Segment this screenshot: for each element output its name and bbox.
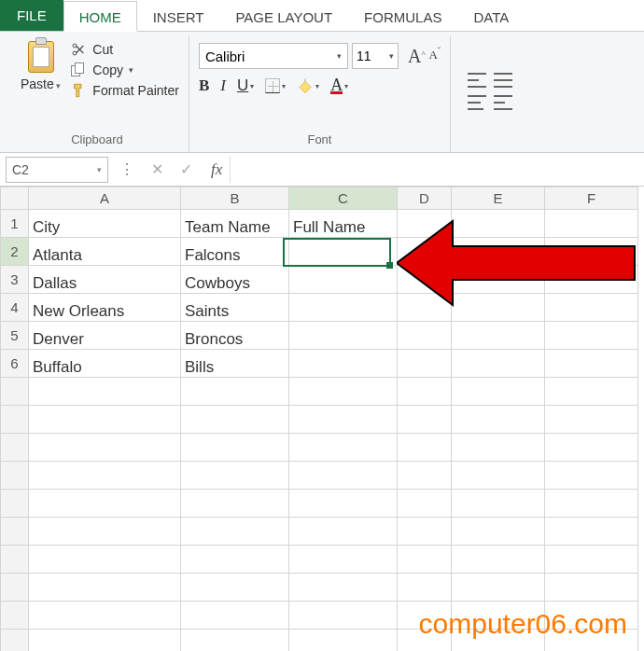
cell[interactable] bbox=[398, 574, 452, 602]
cell[interactable] bbox=[29, 462, 181, 490]
cell[interactable] bbox=[29, 630, 181, 652]
fx-button[interactable]: fx bbox=[203, 160, 222, 179]
cell-b5[interactable]: Broncos bbox=[181, 322, 289, 350]
row-header[interactable] bbox=[1, 434, 29, 462]
cell-e4[interactable] bbox=[452, 294, 545, 322]
cell-e3[interactable] bbox=[452, 266, 545, 294]
cell[interactable] bbox=[398, 406, 452, 434]
tab-page-layout[interactable]: PAGE LAYOUT bbox=[219, 0, 348, 31]
cell[interactable] bbox=[289, 602, 398, 630]
cell[interactable] bbox=[289, 518, 398, 546]
column-header-e[interactable]: E bbox=[452, 187, 545, 210]
cell[interactable] bbox=[181, 602, 289, 630]
cell[interactable] bbox=[398, 546, 452, 574]
column-header-c[interactable]: C bbox=[289, 187, 398, 210]
border-button[interactable]: ▾ bbox=[265, 78, 286, 93]
cell[interactable] bbox=[289, 406, 398, 434]
cell-a4[interactable]: New Orleans bbox=[29, 294, 181, 322]
column-header-d[interactable]: D bbox=[398, 187, 452, 210]
font-name-select[interactable]: Calibri ▾ bbox=[199, 43, 348, 69]
cancel-formula-button[interactable]: ✕ bbox=[151, 160, 163, 178]
cell[interactable] bbox=[181, 434, 289, 462]
cell[interactable] bbox=[181, 490, 289, 518]
cell-f5[interactable] bbox=[545, 322, 638, 350]
paste-button[interactable]: Paste bbox=[21, 37, 61, 91]
cell[interactable] bbox=[29, 434, 181, 462]
cell[interactable] bbox=[29, 490, 181, 518]
cell-b4[interactable]: Saints bbox=[181, 294, 289, 322]
cell-c2[interactable] bbox=[289, 238, 398, 266]
underline-button[interactable]: U▾ bbox=[237, 76, 254, 95]
cell[interactable] bbox=[545, 574, 638, 602]
cell[interactable] bbox=[289, 574, 398, 602]
cell-c1[interactable]: Full Name bbox=[289, 210, 398, 238]
cell-d5[interactable] bbox=[398, 322, 452, 350]
cell[interactable] bbox=[181, 630, 289, 652]
row-header[interactable] bbox=[1, 602, 29, 630]
cell[interactable] bbox=[545, 490, 638, 518]
cell[interactable] bbox=[452, 378, 545, 406]
accept-formula-button[interactable]: ✓ bbox=[180, 160, 192, 178]
column-header-f[interactable]: F bbox=[545, 187, 638, 210]
tab-data[interactable]: DATA bbox=[457, 0, 525, 31]
row-header[interactable] bbox=[1, 546, 29, 574]
row-header[interactable] bbox=[1, 518, 29, 546]
cell-a1[interactable]: City bbox=[29, 210, 181, 238]
cell-d1[interactable] bbox=[398, 210, 452, 238]
cell[interactable] bbox=[289, 378, 398, 406]
align-top-button[interactable] bbox=[468, 73, 486, 88]
cell[interactable] bbox=[398, 518, 452, 546]
cell-a3[interactable]: Dallas bbox=[29, 266, 181, 294]
cell[interactable] bbox=[29, 378, 181, 406]
cell-b2[interactable]: Falcons bbox=[181, 238, 289, 266]
tab-formulas[interactable]: FORMULAS bbox=[348, 0, 457, 31]
cell-a6[interactable]: Buffalo bbox=[29, 350, 181, 378]
cell-f6[interactable] bbox=[545, 350, 638, 378]
cell-b3[interactable]: Cowboys bbox=[181, 266, 289, 294]
cell-c5[interactable] bbox=[289, 322, 398, 350]
cell[interactable] bbox=[181, 574, 289, 602]
row-header-2[interactable]: 2 bbox=[1, 238, 29, 266]
decrease-font-button[interactable]: Aˇ bbox=[429, 46, 441, 67]
cell-a5[interactable]: Denver bbox=[29, 322, 181, 350]
cell[interactable] bbox=[452, 490, 545, 518]
cell[interactable] bbox=[452, 574, 545, 602]
cell-c4[interactable] bbox=[289, 294, 398, 322]
cell[interactable] bbox=[545, 434, 638, 462]
cell[interactable] bbox=[545, 462, 638, 490]
tab-file[interactable]: FILE bbox=[0, 0, 63, 31]
cell-e2[interactable] bbox=[452, 238, 545, 266]
select-all-corner[interactable] bbox=[1, 187, 29, 210]
row-header[interactable] bbox=[1, 574, 29, 602]
cell[interactable] bbox=[452, 434, 545, 462]
cell[interactable] bbox=[181, 518, 289, 546]
tab-insert[interactable]: INSERT bbox=[137, 0, 220, 31]
cell-f3[interactable] bbox=[545, 266, 638, 294]
cell-e5[interactable] bbox=[452, 322, 545, 350]
cell-e1[interactable] bbox=[452, 210, 545, 238]
row-header-6[interactable]: 6 bbox=[1, 350, 29, 378]
cell[interactable] bbox=[29, 406, 181, 434]
cell[interactable] bbox=[289, 546, 398, 574]
name-box-resize-icon[interactable]: ⋮ bbox=[114, 160, 140, 178]
cell[interactable] bbox=[545, 378, 638, 406]
italic-button[interactable]: I bbox=[220, 76, 226, 95]
formula-input[interactable] bbox=[230, 157, 644, 183]
cell[interactable] bbox=[289, 630, 398, 652]
font-color-button[interactable]: A▾ bbox=[330, 78, 348, 94]
cell[interactable] bbox=[452, 546, 545, 574]
bold-button[interactable]: B bbox=[199, 76, 209, 95]
cell[interactable] bbox=[289, 462, 398, 490]
cell-d6[interactable] bbox=[398, 350, 452, 378]
cell[interactable] bbox=[398, 378, 452, 406]
row-header-5[interactable]: 5 bbox=[1, 322, 29, 350]
cell[interactable] bbox=[181, 546, 289, 574]
row-header[interactable] bbox=[1, 630, 29, 652]
cell-f2[interactable] bbox=[545, 238, 638, 266]
cell[interactable] bbox=[398, 490, 452, 518]
cell[interactable] bbox=[545, 518, 638, 546]
cell-d3[interactable] bbox=[398, 266, 452, 294]
cell-e6[interactable] bbox=[452, 350, 545, 378]
cell[interactable] bbox=[29, 518, 181, 546]
cell[interactable] bbox=[398, 434, 452, 462]
